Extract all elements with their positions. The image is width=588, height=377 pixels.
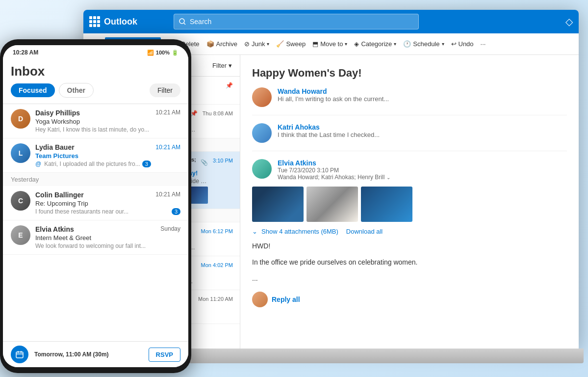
- phone-preview: Hey Katri, I know this is last minute, d…: [35, 126, 180, 133]
- contact-info: Elvia Atkins Tue 7/23/2020 3:10 PM Wanda…: [278, 159, 567, 181]
- contact-name: Elvia Atkins: [278, 159, 567, 167]
- attachment-icon: 📎: [201, 159, 208, 166]
- phone-time: 10:21 AM: [155, 191, 180, 199]
- email-date: Tue 7/23/2020 3:10 PM: [278, 167, 567, 174]
- photo-thumb[interactable]: [252, 187, 304, 222]
- contact-info: Wanda Howard Hi all, I'm writing to ask …: [278, 87, 567, 103]
- phone-footer: Tomorrow, 11:00 AM (30m) RSVP: [3, 341, 188, 367]
- outlook-logo-area: Outlook: [89, 16, 168, 27]
- contact-info: Katri Ahokas I think that the Last time …: [278, 123, 567, 138]
- waffle-icon[interactable]: [89, 16, 100, 27]
- phone-mail-item[interactable]: D Daisy Phillips 10:21 AM Yoga Workshop …: [3, 104, 188, 138]
- wifi-icon: 📶: [147, 50, 154, 56]
- contact-name: Katri Ahokas: [278, 123, 567, 131]
- pin-icon: 📌: [226, 82, 233, 89]
- email-recipients: Wanda Howard; Katri Ahokas; Henry Brill …: [278, 174, 567, 181]
- phone-mail-header: Colin Ballinger 10:21 AM: [35, 191, 180, 199]
- phone-mail-item[interactable]: L Lydia Bauer 10:21 AM Team Pictures @ K…: [3, 138, 188, 173]
- mail-time: Mon 4:02 PM: [201, 262, 233, 268]
- phone-time: 10:21 AM: [155, 109, 180, 117]
- phone-subject: Intern Meet & Greet: [35, 234, 180, 242]
- schedule-button[interactable]: 🕐 Schedule ▾: [403, 40, 444, 48]
- reply-row: Reply all: [252, 292, 567, 307]
- junk-chevron: ▾: [267, 41, 269, 47]
- download-all-link[interactable]: Download all: [346, 228, 383, 235]
- archive-icon: 📦: [206, 40, 214, 48]
- phone-subject: Re: Upcoming Trip: [35, 200, 180, 207]
- avatar: E: [11, 225, 30, 245]
- rsvp-button[interactable]: RSVP: [149, 348, 180, 362]
- phone-sender: Colin Ballinger: [35, 191, 84, 199]
- phone-preview: We look forward to welcoming our fall in…: [35, 242, 180, 249]
- phone-device: 10:28 AM 📶 100% 🔋 Inbox Focused Other Fi…: [0, 39, 191, 373]
- phone-time: Sunday: [160, 225, 180, 233]
- email-contact: Katri Ahokas I think that the Last time …: [252, 123, 567, 151]
- svg-point-4: [179, 19, 184, 24]
- photo-thumb[interactable]: [307, 187, 358, 222]
- phone-mail-header: Daisy Phillips 10:21 AM: [35, 109, 180, 117]
- email-body: HWD! In the office we pride ourselves on…: [252, 241, 567, 284]
- phone-mail-content: Colin Ballinger 10:21 AM Re: Upcoming Tr…: [35, 191, 180, 215]
- outlook-topbar: Outlook Search ◇: [83, 10, 579, 33]
- body-ellipsis: ...: [252, 273, 567, 284]
- move-to-button[interactable]: ⬒ Move to ▾: [312, 40, 347, 48]
- mail-time: Mon 6:12 PM: [201, 228, 233, 234]
- photo-attachments: [252, 187, 567, 222]
- phone-subject: Yoga Workshop: [35, 118, 180, 125]
- footer-event-info: Tomorrow, 11:00 AM (30m): [34, 351, 143, 358]
- svg-line-5: [184, 23, 185, 25]
- toolbar-actions: 🗑 Delete 📦 Archive ⊘ Junk ▾ 🧹 Sweep: [173, 40, 486, 48]
- at-icon: @: [35, 161, 41, 167]
- search-icon: [179, 18, 186, 25]
- photo-thumb[interactable]: [361, 187, 412, 222]
- expand-icon[interactable]: ⌄: [386, 175, 390, 180]
- more-button[interactable]: ···: [481, 40, 486, 48]
- avatar: [252, 87, 272, 107]
- avatar: D: [11, 109, 30, 129]
- phone-tab-bar: Focused Other Filter: [11, 83, 180, 98]
- unread-badge: 3: [172, 208, 180, 215]
- thumb: [189, 187, 208, 204]
- junk-button[interactable]: ⊘ Junk ▾: [244, 40, 269, 48]
- sweep-button[interactable]: 🧹 Sweep: [276, 40, 306, 48]
- phone-mail-content: Lydia Bauer 10:21 AM Team Pictures @ Kat…: [35, 143, 180, 167]
- move-chevron: ▾: [345, 41, 347, 47]
- mail-time: 3:10 PM: [213, 158, 233, 163]
- phone-badge-row: @ Katri, I uploaded all the pictures fro…: [35, 161, 180, 167]
- filter-button[interactable]: Filter ▾: [212, 62, 232, 69]
- mail-time: Thu 8:08 AM: [203, 110, 233, 116]
- phone-sender: Daisy Phillips: [35, 109, 80, 117]
- reading-pane: Happy Women's Day! Wanda Howard Hi all, …: [240, 55, 579, 349]
- avatar: L: [11, 143, 30, 163]
- phone-mail-header: Lydia Bauer 10:21 AM: [35, 143, 180, 151]
- undo-button[interactable]: ↩ Undo: [451, 40, 474, 48]
- archive-button[interactable]: 📦 Archive: [206, 40, 237, 48]
- avatar: C: [11, 191, 30, 211]
- calendar-icon: [11, 346, 28, 363]
- phone-other-tab[interactable]: Other: [59, 83, 94, 98]
- email-main-sender: Elvia Atkins Tue 7/23/2020 3:10 PM Wanda…: [252, 159, 567, 181]
- phone-mail-content: Elvia Atkins Sunday Intern Meet & Greet …: [35, 225, 180, 249]
- phone-preview: I found these restaurants near our...: [35, 208, 170, 215]
- phone-subject: Team Pictures: [35, 152, 180, 160]
- phone-sender: Lydia Bauer: [35, 143, 75, 151]
- phone-mail-item[interactable]: E Elvia Atkins Sunday Intern Meet & Gree…: [3, 220, 188, 255]
- reply-avatar: [252, 292, 268, 307]
- battery-icon: 🔋: [172, 50, 179, 56]
- phone-mail-content: Daisy Phillips 10:21 AM Yoga Workshop He…: [35, 109, 180, 133]
- schedule-icon: 🕐: [403, 40, 411, 48]
- mail-icons: 📌: [226, 82, 233, 89]
- more-icon: ···: [481, 40, 486, 48]
- phone-mail-item[interactable]: C Colin Ballinger 10:21 AM Re: Upcoming …: [3, 186, 188, 220]
- categorize-button[interactable]: ◈ Categorize ▾: [354, 40, 396, 48]
- avatar: [252, 123, 272, 143]
- phone-time: 10:21 AM: [155, 144, 180, 151]
- phone-filter-button[interactable]: Filter: [150, 83, 180, 97]
- attachment-count[interactable]: Show 4 attachments (6MB): [261, 228, 338, 235]
- scene: 10:28 AM 📶 100% 🔋 Inbox Focused Other Fi…: [0, 0, 588, 377]
- undo-icon: ↩: [451, 40, 457, 48]
- search-bar[interactable]: Search: [174, 14, 419, 29]
- categorize-icon: ◈: [354, 40, 359, 48]
- reply-all-button[interactable]: Reply all: [272, 296, 300, 303]
- phone-focused-tab[interactable]: Focused: [11, 83, 55, 97]
